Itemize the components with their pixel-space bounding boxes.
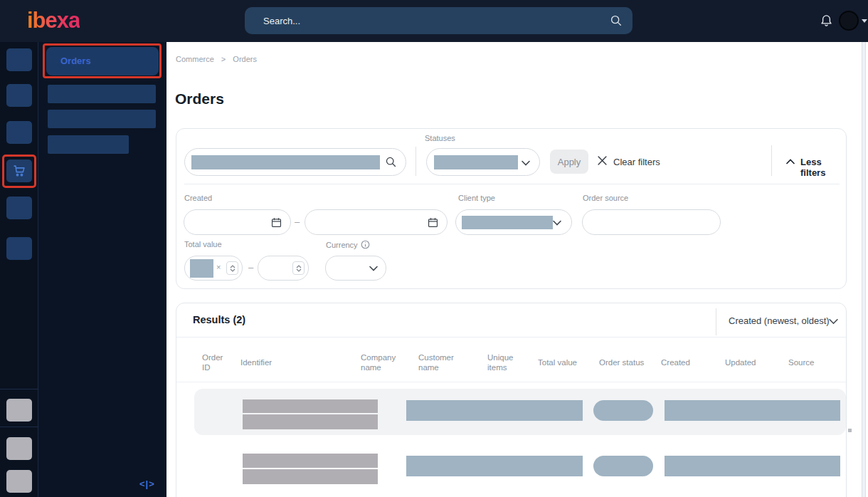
breadcrumb-item-commerce[interactable]: Commerce (176, 55, 214, 63)
redacted-total-value (190, 259, 213, 278)
table-divider (176, 382, 846, 382)
breadcrumb-separator: > (221, 55, 226, 63)
sort-divider (716, 308, 716, 335)
currency-dropdown[interactable] (325, 256, 386, 281)
client-type-label: Client type (458, 194, 495, 202)
redacted-search-value (191, 155, 380, 169)
column-header-updated: Updated (725, 357, 756, 367)
clear-filters-icon[interactable] (598, 156, 607, 165)
rail-item-1[interactable] (6, 48, 32, 71)
redacted-cell (665, 400, 840, 421)
order-source-input[interactable] (582, 209, 721, 235)
range-separator: – (295, 216, 300, 227)
clear-filters-button[interactable]: Clear filters (613, 157, 660, 167)
total-value-label: Total value (184, 240, 222, 248)
ibexa-logo[interactable]: ibexa (27, 8, 80, 33)
search-icon[interactable] (610, 14, 623, 27)
main-content: Commerce > Orders Orders Statuses (166, 42, 868, 497)
breadcrumb-item-orders[interactable]: Orders (233, 55, 257, 63)
resize-handle (848, 429, 852, 432)
column-header-source: Source (788, 357, 814, 367)
rail-item-6[interactable] (6, 237, 32, 260)
chevron-down-icon (522, 160, 530, 166)
created-from-date-input[interactable] (184, 209, 291, 235)
currency-label-text: Currency (326, 241, 358, 249)
rail-item-bottom-1[interactable] (6, 399, 32, 422)
statuses-dropdown[interactable] (426, 148, 540, 176)
rail-item-5[interactable] (6, 197, 32, 219)
client-type-dropdown[interactable] (455, 209, 572, 235)
top-bar: ibexa (0, 0, 868, 42)
filter-divider (771, 145, 772, 176)
search-icon (385, 156, 397, 168)
order-status-badge (593, 400, 653, 421)
rail-item-2[interactable] (6, 84, 32, 107)
apply-button[interactable]: Apply (550, 150, 588, 174)
column-header-order-id: Order ID (202, 352, 233, 372)
column-header-order-status: Order status (599, 357, 644, 367)
results-panel: Results (2) Created (newest, oldest) Ord… (176, 303, 847, 497)
total-value-max-input[interactable] (258, 256, 309, 281)
app-window: ibexa (0, 0, 868, 497)
rail-item-bottom-3[interactable] (6, 470, 32, 493)
icon-rail (0, 42, 38, 497)
range-separator: – (248, 262, 253, 273)
order-source-label: Order source (583, 194, 628, 202)
rail-item-bottom-2[interactable] (6, 437, 32, 460)
chevron-up-icon (786, 159, 795, 164)
redacted-statuses-value (434, 155, 518, 169)
sidebar-item-placeholder[interactable] (48, 110, 156, 128)
page-title: Orders (175, 90, 224, 108)
sidebar-item-orders[interactable]: Orders (46, 47, 159, 75)
clear-value-icon[interactable]: × (216, 263, 221, 271)
redacted-cell (406, 456, 583, 476)
redacted-identifier (243, 469, 378, 484)
redacted-cell (665, 456, 840, 476)
column-header-total-value: Total value (538, 357, 577, 367)
redacted-cell (406, 400, 583, 421)
number-stepper[interactable] (292, 261, 305, 275)
results-heading: Results (2) (193, 314, 245, 325)
column-header-identifier: Identifier (240, 357, 272, 367)
column-header-created: Created (661, 357, 690, 367)
redacted-identifier (243, 399, 378, 413)
created-label: Created (184, 194, 212, 202)
info-icon[interactable] (361, 240, 370, 249)
number-stepper[interactable] (226, 261, 238, 275)
secondary-sidebar: Orders <|> (38, 42, 166, 497)
orders-search-input[interactable] (184, 148, 406, 176)
chevron-down-icon[interactable] (829, 318, 838, 325)
redacted-identifier (243, 454, 378, 468)
breadcrumb: Commerce > Orders (176, 55, 262, 63)
filter-divider (416, 147, 416, 176)
calendar-icon[interactable] (270, 216, 282, 229)
redacted-client-type-value (462, 216, 553, 229)
column-header-customer-name: Customer name (418, 352, 465, 372)
sidebar-item-placeholder[interactable] (48, 85, 156, 103)
vertical-scrollbar[interactable] (862, 42, 866, 497)
column-header-unique-items: Unique items (487, 352, 522, 372)
created-to-date-input[interactable] (305, 209, 448, 235)
user-avatar[interactable] (839, 11, 859, 31)
rail-divider (0, 427, 38, 427)
total-value-min-input[interactable]: × (184, 256, 243, 281)
rail-divider (0, 389, 38, 389)
user-menu-caret-icon[interactable] (862, 19, 867, 23)
sidebar-collapse-icon[interactable]: <|> (139, 478, 155, 489)
chevron-down-icon (553, 220, 561, 226)
redacted-identifier (243, 414, 378, 429)
notifications-bell-icon[interactable] (819, 13, 834, 28)
sort-dropdown[interactable]: Created (newest, oldest) (729, 315, 830, 326)
shopping-cart-icon (11, 163, 27, 179)
less-filters-button[interactable]: Less filters (800, 157, 846, 178)
global-search-input[interactable] (245, 7, 633, 34)
table-row[interactable] (194, 389, 846, 435)
rail-item-commerce[interactable] (6, 159, 32, 182)
table-row[interactable] (194, 454, 846, 497)
order-status-badge (593, 456, 653, 476)
sidebar-item-placeholder[interactable] (48, 135, 129, 154)
currency-label: Currency (326, 240, 370, 249)
rail-item-3[interactable] (6, 121, 32, 144)
results-header-divider (176, 337, 846, 338)
calendar-icon[interactable] (427, 216, 439, 229)
